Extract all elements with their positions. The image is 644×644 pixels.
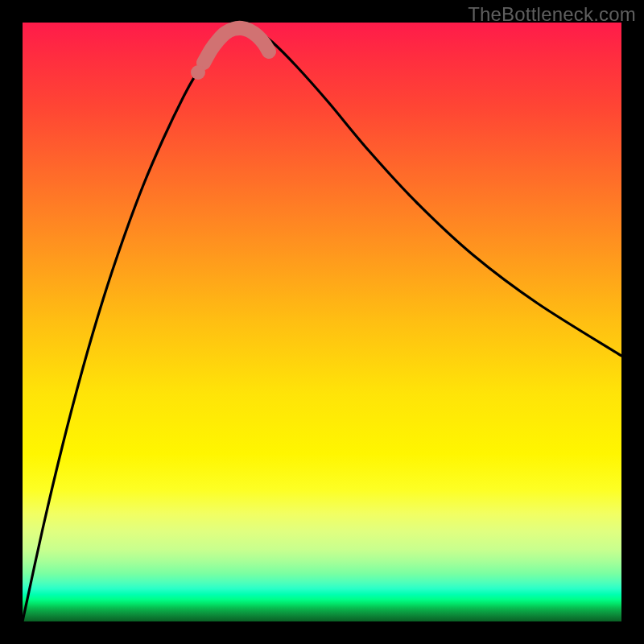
curve-plot [23,23,621,621]
accent-dot [191,65,205,80]
accent-arc [204,28,269,63]
bottleneck-curve-right [233,28,621,356]
bottleneck-curve-left [23,28,233,621]
